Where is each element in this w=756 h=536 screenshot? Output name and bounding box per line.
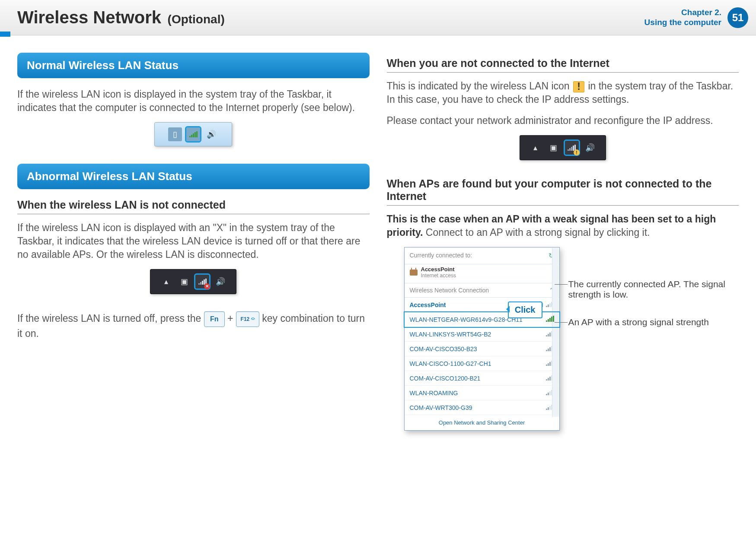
wifi-network-row[interactable]: COM-AV-CISCO1200-B21 [405,371,559,386]
callout-strong-signal: An AP with a strong signal strength [568,317,739,327]
no-internet-body2: Please contact your network administrato… [387,114,739,127]
volume-icon: 🔊 [583,141,597,155]
chapter-label: Chapter 2. Using the computer [644,8,721,28]
not-connected-body: If the wireless LAN icon is displayed wi… [17,221,370,261]
system-tray-connected: ▯ 🔊 [154,122,232,146]
signal-bars-icon [546,316,554,322]
volume-icon: 🔊 [214,275,227,289]
volume-icon: 🔊 [204,127,218,141]
wifi-network-row[interactable]: COM-AV-WRT300-G39 [405,400,559,415]
callout2-text: An AP with a strong signal strength [568,317,709,327]
callout-low-signal: The currently connected AP. The signal s… [568,279,739,300]
subhead-no-internet: When you are not connected to the Intern… [387,57,739,73]
plus-text: + [227,313,236,324]
open-network-center-link[interactable]: Open Network and Sharing Center [405,415,559,430]
action-center-icon: ▣ [547,141,561,155]
callout-line [555,284,568,285]
f12-key: F12⌔ [236,311,259,327]
warning-triangle-icon: ! [573,81,584,92]
right-column: When you are not connected to the Intern… [387,53,739,431]
page-header: Wireless Network (Optional) Chapter 2. U… [0,0,756,35]
wifi-glyph-icon: ⌔ [251,315,255,324]
current-ap-block: AccessPoint Internet access [405,264,559,283]
network-name: WLAN-CISCO-1100-G27-CH1 [410,360,491,367]
system-tray-disconnected: ▴ ▣ 🔊 [150,269,236,294]
f12-label: F12 [241,316,250,323]
popup-section-label: Wireless Network Connection ⌃ [405,283,559,298]
wifi-signal-icon [186,127,200,141]
subhead-not-connected: When the wireless LAN is not connected [17,199,370,214]
section-label-text: Wireless Network Connection [410,287,489,294]
wifi-network-row[interactable]: COM-AV-CISCO350-B23 [405,342,559,356]
scrollbar[interactable] [552,248,559,417]
current-ap-name: AccessPoint [421,266,456,273]
action-center-icon: ▣ [177,275,191,289]
network-name: WLAN-LINKSYS-WRT54G-B2 [410,331,491,338]
battery-icon: ▯ [168,127,182,141]
section-normal-status: Normal Wireless LAN Status [17,53,370,78]
aps-found-rest: Connect to an AP with a strong signal by… [426,227,650,238]
page-number-badge: 51 [727,7,748,28]
network-right [546,316,554,323]
aps-found-body: This is the case when an AP with a weak … [387,212,739,239]
network-name: WLAN-NETGEAR-WGR614v9-G28-CH11 [410,316,523,323]
network-name: COM-AV-CISCO1200-B21 [410,375,481,382]
wifi-network-row[interactable]: WLAN-CISCO-1100-G27-CH1 [405,356,559,371]
network-name: AccessPoint [410,301,446,308]
section-abnormal-status: Abnormal Wireless LAN Status [17,164,370,189]
wifi-signal-warning-icon [565,141,579,155]
subhead-aps-found: When APs are found but your computer is … [387,178,739,206]
callout1-text: The currently connected AP. The signal s… [568,279,725,299]
current-ap-access: Internet access [421,273,456,279]
page-title-optional: (Optional) [168,13,225,26]
chapter-line1: Chapter 2. [644,8,721,18]
normal-status-body: If the wireless LAN icon is displayed in… [17,88,370,114]
popup-header-text: Currently connected to: [410,252,472,260]
chevron-up-icon: ▴ [529,141,542,155]
click-callout-bubble: Click [508,301,542,318]
wifi-network-popup: Currently connected to: ↻ AccessPoint In… [404,247,560,431]
network-name: COM-AV-CISCO350-B23 [410,346,477,352]
figure-callouts: The currently connected AP. The signal s… [568,247,739,327]
left-column: Normal Wireless LAN Status If the wirele… [17,53,370,431]
system-tray-warning: ▴ ▣ 🔊 [520,135,606,160]
wifi-signal-x-icon [195,275,209,289]
no-internet-body1: This is indicated by the wireless LAN ic… [387,79,739,106]
wifi-popup-wrapper: Currently connected to: ↻ AccessPoint In… [404,247,560,431]
page-title: Wireless Network [17,8,161,27]
fn-text-pre: If the wireless LAN is turned off, press… [17,313,204,324]
fn-key-instruction: If the wireless LAN is turned off, press… [17,311,370,340]
network-name: WLAN-ROAMING [410,390,458,396]
access-point-icon [410,270,418,276]
wifi-network-row[interactable]: WLAN-LINKSYS-WRT54G-B2 [405,327,559,342]
no-internet-text-a: This is indicated by the wireless LAN ic… [387,80,573,92]
fn-key: Fn [204,311,225,327]
popup-header: Currently connected to: ↻ [405,247,559,264]
chevron-up-icon: ▴ [159,275,173,289]
header-right: Chapter 2. Using the computer 51 [644,7,748,28]
title-group: Wireless Network (Optional) [17,8,225,27]
wifi-figure-row: Currently connected to: ↻ AccessPoint In… [387,247,739,431]
network-name: COM-AV-WRT300-G39 [410,404,472,411]
chapter-line2: Using the computer [644,18,721,28]
wifi-network-row[interactable]: WLAN-ROAMING [405,386,559,400]
